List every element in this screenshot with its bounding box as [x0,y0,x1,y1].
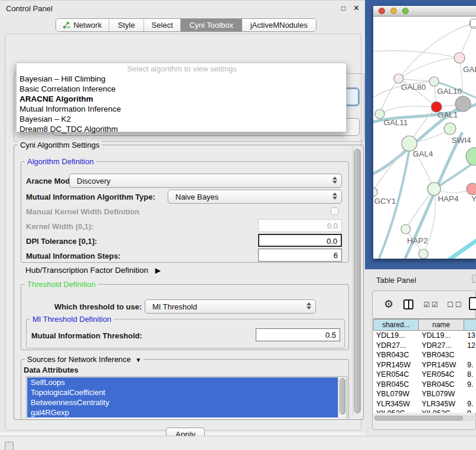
network-canvas[interactable]: GALGAL80GAL10GAL1GAL11SWI4GAL4HAP4YGCY1H… [373,17,476,259]
algorithm-option[interactable]: Bayesian – K2 [17,114,345,124]
column-header-shared-name[interactable]: shared... [373,319,419,331]
algorithm-dropdown-placeholder: Select algorithm to view settings [17,64,347,73]
mi-threshold-field[interactable]: 0.5 [256,328,340,341]
attribute-item[interactable]: TopologicalCoefficient [27,387,338,397]
table-cell: YDR27... [419,341,464,351]
column-header-partial[interactable] [464,319,476,331]
algorithm-option[interactable]: Dream8 DC_TDC Algorithm [17,124,345,134]
tab-jactivemnodules[interactable]: jActiveMNodules [242,19,316,31]
network-edge[interactable] [373,51,459,58]
mi-steps-field[interactable]: 6 [258,249,342,262]
network-edge[interactable] [380,106,436,114]
network-node[interactable] [419,249,428,259]
algorithm-option[interactable]: Bayesian – Hill Climbing [17,74,345,84]
network-node[interactable] [455,96,471,112]
sources-group-title[interactable]: Sources for Network Inference ▼ [25,355,144,364]
algorithm-option[interactable]: Basic Correlation Inference [17,84,345,94]
canvas-corner-control[interactable] [470,19,476,27]
algorithm-option[interactable]: Mutual Information Inference [17,104,345,114]
settings-scroll-thumb[interactable] [354,149,361,413]
network-node[interactable] [401,224,410,234]
deselect-all-checkboxes-icon[interactable]: ☐☐ [447,301,464,309]
which-threshold-combo[interactable]: MI Threshold [145,299,316,314]
table-row[interactable]: YLR345WYLR345W9. [373,399,476,409]
gear-icon[interactable]: ⚙ [384,298,393,311]
attribute-item[interactable]: gal4RGexp [27,407,338,418]
network-node-label: SWI4 [451,136,471,145]
kernel-width-field[interactable]: 0.0 [258,219,342,232]
sources-title-label: Sources for Network Inference [27,355,131,364]
table-horizontal-scrollbar[interactable] [373,415,476,421]
hub-definition-expander[interactable]: Hub/Transcription Factor Definition ▶ [25,266,161,275]
float-window-icon[interactable]: □ [341,4,345,12]
network-node[interactable] [429,77,439,86]
mi-threshold-definition-group: MI Threshold Definition Mutual Informati… [26,319,345,348]
network-node[interactable] [466,148,476,165]
network-edge[interactable] [449,239,476,259]
zoom-traffic-light[interactable] [402,8,409,14]
table-row[interactable]: YER054CYER054C8. [373,370,476,380]
settings-scrollbar[interactable] [352,146,363,418]
attribute-item[interactable]: SelfLoops [27,377,338,387]
status-band [0,436,476,450]
table-cell: 9. [464,399,476,409]
table-window: ⚙ ☑☑ ☐☐ shared... name YDL19...YDL19...1… [372,291,476,430]
tab-select-label: Select [152,21,173,30]
table-row[interactable]: YPR145WYPR145W9. [373,360,476,370]
table-row[interactable]: YDR27...YDR27...12 [373,341,476,351]
algorithm-option-selected[interactable]: ARACNE Algorithm [17,94,345,104]
attribute-item[interactable]: BetweennessCentrality [27,397,338,407]
table-row[interactable]: YBL079WYBL079W [373,389,476,399]
network-node[interactable] [373,187,377,197]
mi-algorithm-type-combo[interactable]: Naive Bayes [168,190,342,204]
aracne-mode-combo[interactable]: Discovery [69,174,342,188]
tab-network[interactable]: Network [56,19,109,31]
select-all-checkboxes-icon[interactable]: ☑☑ [423,301,440,309]
attribute-list-scroll-thumb[interactable] [340,378,345,415]
threshold-definition-group: Threshold Definition Which threshold to … [21,284,349,350]
control-panel-titlebar[interactable]: Control Panel □ ✕ [0,1,365,16]
manual-kernel-checkbox[interactable] [331,207,338,215]
manual-kernel-label: Manual Kernel Width Definition [26,207,139,216]
table-row[interactable]: YDL19...YDL19...13 [373,331,476,341]
network-node[interactable] [444,123,456,135]
data-attributes-list[interactable]: SelfLoops TopologicalCoefficient Between… [26,376,347,419]
table-cell: YER054C [419,370,464,380]
table-cell: YIL052C [419,409,464,413]
tab-select[interactable]: Select [144,19,181,31]
attribute-list-scrollbar[interactable] [338,377,347,419]
network-node[interactable] [394,74,403,83]
close-traffic-light[interactable] [379,8,385,14]
dpi-tolerance-field[interactable]: 0.0 [258,234,342,247]
control-panel-tab-bar: Network Style Select Cyni Toolbox jActiv… [56,18,317,32]
network-tab-icon [63,21,70,29]
table-row[interactable]: YBR043CYBR043C [373,350,476,360]
network-edge[interactable] [399,58,459,79]
network-node[interactable] [428,182,441,195]
network-edge[interactable] [380,79,399,114]
network-node[interactable] [454,53,465,63]
table-cell: YBR043C [419,350,464,360]
close-window-icon[interactable]: ✕ [353,4,360,12]
minimize-traffic-light[interactable] [390,8,397,14]
table-row[interactable]: YIL052CYIL052C9 [373,409,476,413]
dpi-tolerance-label: DPI Tolerance [0,1]: [26,237,97,246]
network-edge[interactable] [399,79,434,81]
network-node[interactable] [375,109,384,119]
document-icon[interactable] [469,297,476,310]
threshold-definition-title: Threshold Definition [25,280,98,289]
tab-cyni-toolbox[interactable]: Cyni Toolbox [181,19,242,31]
cyni-toolbox-pane: gal-filtered.sif default node Select alg… [5,34,361,431]
column-header-name[interactable]: name [419,319,464,331]
tab-style[interactable]: Style [109,19,145,31]
table-row[interactable]: YBR045CYBR045C9. [373,380,476,390]
columns-icon[interactable] [403,299,413,309]
network-window-titlebar[interactable] [373,6,476,17]
table-panel-header-icon[interactable] [472,275,476,283]
minimized-panel-icon[interactable] [5,442,14,450]
network-node[interactable] [467,183,476,195]
aracne-mode-value: Discovery [77,177,110,185]
table-horizontal-scroll-thumb[interactable] [374,416,463,420]
node-table[interactable]: shared... name YDL19...YDL19...13YDR27..… [373,318,476,413]
mi-threshold-definition-title: MI Threshold Definition [30,315,113,324]
